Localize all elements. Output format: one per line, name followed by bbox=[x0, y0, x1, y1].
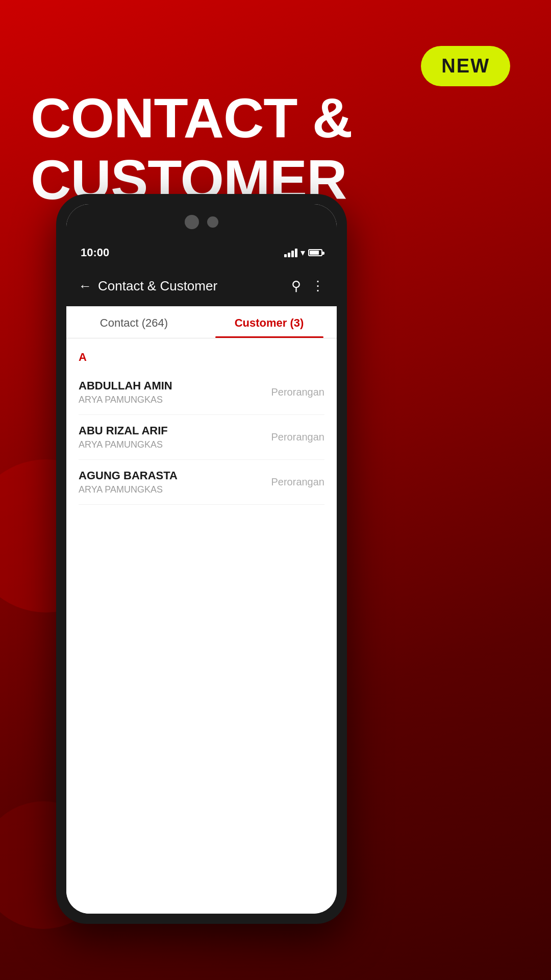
status-icons: ▾ bbox=[284, 247, 322, 258]
status-time: 10:00 bbox=[81, 246, 109, 259]
camera-area bbox=[66, 204, 337, 240]
contact-name-2: Abu Rizal Arif bbox=[79, 424, 168, 437]
contact-item-2[interactable]: Abu Rizal Arif ARYA PAMUNGKAS Perorangan bbox=[79, 415, 324, 460]
contact-type-2: Perorangan bbox=[271, 431, 324, 443]
section-header-a: A bbox=[79, 338, 324, 370]
contact-name-3: AGUNG BARASTA bbox=[79, 469, 178, 482]
contact-info-1: ABDULLAH AMIN ARYA PAMUNGKAS bbox=[79, 379, 172, 405]
contact-name-1: ABDULLAH AMIN bbox=[79, 379, 172, 393]
camera-lens bbox=[185, 215, 199, 229]
signal-bar-4 bbox=[295, 249, 297, 257]
contact-item-3[interactable]: AGUNG BARASTA ARYA PAMUNGKAS Perorangan bbox=[79, 460, 324, 505]
phone-screen: 10:00 ▾ ← Contact & Customer bbox=[66, 204, 337, 914]
signal-bar-2 bbox=[288, 253, 290, 257]
contact-sub-1: ARYA PAMUNGKAS bbox=[79, 395, 172, 405]
contact-info-3: AGUNG BARASTA ARYA PAMUNGKAS bbox=[79, 469, 178, 495]
back-button[interactable]: ← bbox=[79, 278, 92, 294]
app-bar-title: Contact & Customer bbox=[98, 278, 291, 294]
contact-type-3: Perorangan bbox=[271, 476, 324, 488]
more-options-icon[interactable]: ⋮ bbox=[311, 278, 324, 294]
tab-bar: Contact (264) Customer (3) bbox=[66, 306, 337, 338]
phone-mockup: 10:00 ▾ ← Contact & Customer bbox=[56, 194, 347, 924]
content-area: A ABDULLAH AMIN ARYA PAMUNGKAS Peroranga… bbox=[66, 338, 337, 914]
battery-icon bbox=[308, 249, 322, 256]
status-bar: 10:00 ▾ bbox=[66, 240, 337, 265]
contact-sub-2: ARYA PAMUNGKAS bbox=[79, 439, 168, 450]
contact-item-1[interactable]: ABDULLAH AMIN ARYA PAMUNGKAS Perorangan bbox=[79, 370, 324, 415]
app-bar-actions: ⚲ ⋮ bbox=[291, 278, 324, 294]
signal-bar-1 bbox=[284, 254, 287, 257]
search-icon[interactable]: ⚲ bbox=[291, 278, 301, 294]
app-bar: ← Contact & Customer ⚲ ⋮ bbox=[66, 265, 337, 306]
signal-icon bbox=[284, 249, 297, 257]
page-title: CONTACT & CUSTOMER bbox=[31, 87, 551, 210]
signal-bar-3 bbox=[291, 251, 294, 257]
contact-type-1: Perorangan bbox=[271, 386, 324, 398]
contact-sub-3: ARYA PAMUNGKAS bbox=[79, 484, 178, 495]
battery-fill bbox=[310, 251, 319, 255]
tab-customer[interactable]: Customer (3) bbox=[202, 306, 337, 338]
new-badge: NEW bbox=[421, 46, 510, 86]
camera-sensor bbox=[207, 216, 218, 228]
tab-contact[interactable]: Contact (264) bbox=[66, 306, 202, 338]
wifi-icon: ▾ bbox=[300, 247, 305, 258]
contact-info-2: Abu Rizal Arif ARYA PAMUNGKAS bbox=[79, 424, 168, 450]
